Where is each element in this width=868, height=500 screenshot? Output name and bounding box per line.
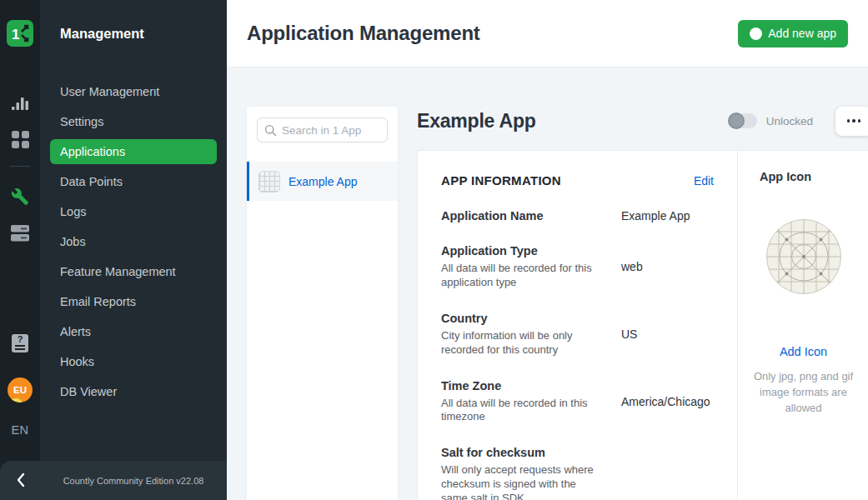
sidebar-footer: Countly Community Edition v22.08 [0,461,227,500]
sidebar-menu-item-label: Hooks [60,355,94,368]
feedback-icon[interactable]: ? [0,334,40,352]
app-information-section: APP INFORMATION Edit Application Name Ex… [418,151,738,500]
app-icon-placeholder-image [765,218,842,295]
page-header: Application Management Add new app [227,0,868,68]
countly-logo[interactable]: 1 [7,20,33,47]
sidebar-item-logs[interactable]: Logs [40,197,227,227]
sidebar-item-user-management[interactable]: User Management [40,77,227,107]
app-info-row-time-zone: Time Zone All data will be recorded in t… [441,379,714,425]
add-icon-link[interactable]: Add Icon [738,345,868,358]
field-label: Application Name [441,209,606,222]
sidebar-menu-item-label: Logs [60,205,86,218]
sidebar-menu-item-label: Email Reports [60,295,136,308]
app-detail-card: APP INFORMATION Edit Application Name Ex… [417,150,868,500]
detail-header: Example App Unlocked [417,105,868,137]
field-value: America/Chicago [621,379,710,425]
add-new-app-label: Add new app [768,27,836,40]
svg-text:?: ? [18,334,23,344]
analytics-icon[interactable] [0,96,40,111]
icon-format-hint: Only jpg, png and gif image formats are … [750,369,858,417]
field-value: US [621,312,637,358]
app-search [257,118,388,142]
app-thumbnail-icon [258,171,280,192]
lock-status-label: Unlocked [766,115,813,128]
sidebar-menu-list: User Management Settings Applications Da… [40,77,227,407]
sidebar-item-settings[interactable]: Settings [40,107,227,137]
sidebar-item-jobs[interactable]: Jobs [40,227,227,257]
app-info-row-application-type: Application Type All data will be record… [441,244,714,290]
sidebar-menu-item-label: Applications [60,145,125,158]
field-label: Salt for checksum [441,446,606,459]
sidebar-menu-item-label: User Management [60,85,159,98]
toggle-knob [728,112,745,129]
sidebar-item-alerts[interactable]: Alerts [40,317,227,347]
sidebar-item-db-viewer[interactable]: DB Viewer [40,377,227,407]
sidebar-item-hooks[interactable]: Hooks [40,347,227,377]
app-icon-title: App Icon [738,170,868,183]
version-text: Countly Community Edition v22.08 [40,461,227,500]
plus-circle-icon [750,28,762,40]
data-manager-icon[interactable] [0,225,40,242]
sidebar-item-applications[interactable]: Applications [50,139,217,164]
field-label: Time Zone [441,379,606,392]
app-detail-title: Example App [417,110,536,132]
rail-divider [10,166,30,167]
field-description: Will only accept requests where checksum… [441,463,601,500]
sidebar-menu-item-label: Data Points [60,175,123,188]
user-avatar[interactable]: EU [8,378,33,402]
ellipsis-icon [847,119,850,122]
sidebar-menu-item-label: Jobs [60,235,86,248]
more-options-button[interactable] [835,107,868,136]
field-description: City information will be only recorded f… [441,329,601,358]
sidebar-menu-item-label: DB Viewer [60,385,117,398]
app-information-rows: Application Name Example App Application… [441,209,714,500]
search-icon [264,124,277,137]
management-wrench-icon[interactable] [0,188,40,206]
field-value: web [621,244,643,290]
field-label: Application Type [441,244,606,258]
sidebar-menu-panel: Management User Management Settings Appl… [40,0,227,500]
field-label: Country [441,312,606,325]
app-info-row-country: Country City information will be only re… [441,312,714,358]
lock-toggle[interactable] [729,113,757,128]
app-info-row-application-name: Application Name Example App [441,209,714,222]
page-title: Application Management [247,22,480,45]
svg-text:1: 1 [12,27,19,42]
app-information-header: APP INFORMATION Edit [441,173,714,188]
field-description: All data will be recorded in this timezo… [441,397,601,425]
field-description: All data will be recorded for this appli… [441,262,601,290]
sidebar-menu-item-label: Alerts [60,325,91,338]
lock-controls: Unlocked [729,107,868,136]
add-new-app-button[interactable]: Add new app [738,20,848,48]
app-icon-section: App Icon [738,151,868,500]
sidebar-item-feature-management[interactable]: Feature Management [40,257,227,287]
sidebar-menu-item-label: Settings [60,115,103,128]
edit-link[interactable]: Edit [694,174,714,188]
menu-title: Management [60,26,144,42]
sidebar-icon-rail: 1 [0,0,40,500]
sidebar-menu-item-label: Feature Management [60,265,176,278]
avatar-initials: EU [13,385,27,395]
field-value: Example App [621,209,690,222]
app-list-panel: Example App [247,107,398,500]
app-icon-placeholder [765,218,842,295]
section-title: APP INFORMATION [441,173,561,188]
sidebar-item-email-reports[interactable]: Email Reports [40,287,227,317]
chevron-left-icon [16,472,26,488]
sidebar-item-data-points[interactable]: Data Points [40,167,227,197]
app-info-row-salt-for-checksum: Salt for checksum Will only accept reque… [441,446,714,500]
app-list-item-example-app[interactable]: Example App [247,162,398,201]
language-selector[interactable]: EN [0,423,40,437]
app-list-item-label: Example App [288,175,358,188]
collapse-sidebar-button[interactable] [13,471,29,489]
countly-logo-icon: 1 [7,20,33,47]
apps-grid-icon[interactable] [0,131,40,148]
